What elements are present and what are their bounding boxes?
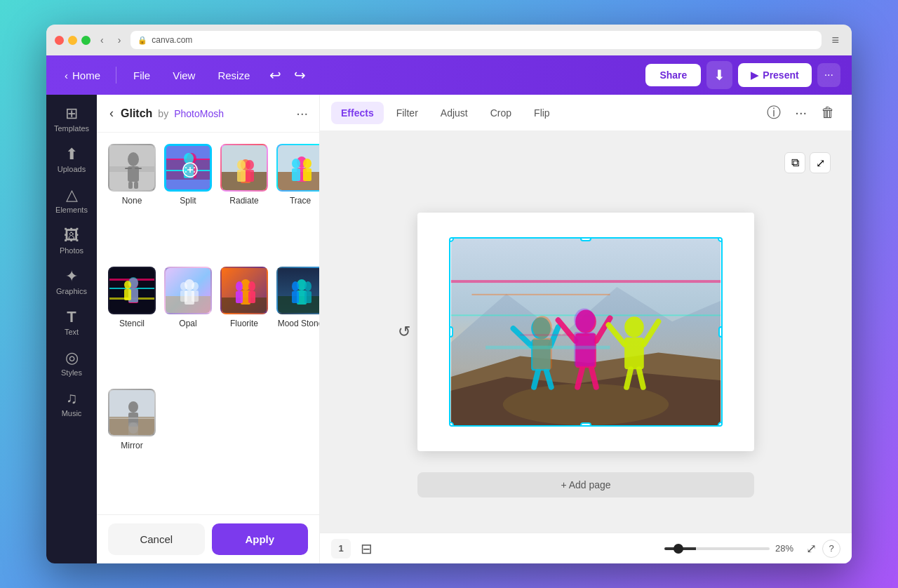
svg-rect-38 <box>303 168 311 181</box>
effect-thumb-radiate <box>220 144 268 192</box>
help-button[interactable]: ? <box>822 540 840 558</box>
tab-flip[interactable]: Flip <box>524 102 560 124</box>
music-icon: ♫ <box>66 391 78 406</box>
sidebar-item-styles[interactable]: ◎ Styles <box>49 345 94 382</box>
svg-rect-85 <box>451 280 721 283</box>
effect-item-mood-stone[interactable]: Mood Stone <box>276 267 319 381</box>
sidebar-item-label-text: Text <box>65 328 79 336</box>
download-icon: ⬇ <box>713 67 725 83</box>
browser-menu-button[interactable]: ≡ <box>827 30 843 51</box>
left-sidebar: ⊞ Templates ⬆ Uploads △ Elements 🖼 Photo… <box>46 95 97 563</box>
uploads-icon: ⬆ <box>65 147 78 162</box>
effect-thumb-trace <box>276 144 319 192</box>
share-button[interactable]: Share <box>645 64 701 86</box>
tab-crop[interactable]: Crop <box>481 102 521 124</box>
mid-handle-right[interactable] <box>718 326 723 338</box>
panel-back-button[interactable]: ‹ <box>108 105 115 122</box>
zoom-slider[interactable] <box>664 547 770 550</box>
sidebar-item-label-templates: Templates <box>54 124 89 133</box>
effect-label-none: None <box>122 196 142 206</box>
page-number-button[interactable]: 1 <box>331 539 351 559</box>
tab-filter[interactable]: Filter <box>387 102 428 124</box>
tab-effects[interactable]: Effects <box>331 102 384 124</box>
effect-item-fluorite[interactable]: Fluorite <box>220 267 268 381</box>
sidebar-item-music[interactable]: ♫ Music <box>49 385 94 423</box>
effect-item-split[interactable]: Split <box>164 144 212 258</box>
sidebar-item-label-music: Music <box>62 409 82 417</box>
toolbar-divider <box>116 67 116 83</box>
effect-item-opal[interactable]: Opal <box>164 267 212 381</box>
sidebar-item-uploads[interactable]: ⬆ Uploads <box>49 141 94 179</box>
layout-view-button[interactable]: ⊟ <box>356 537 377 560</box>
effect-item-trace[interactable]: Trace <box>276 144 319 258</box>
close-traffic-light[interactable] <box>55 36 64 45</box>
sidebar-item-graphics[interactable]: ✦ Graphics <box>49 263 94 301</box>
svg-rect-109 <box>574 332 595 366</box>
sidebar-item-templates[interactable]: ⊞ Templates <box>49 100 94 138</box>
browser-window: ‹ › 🔒 canva.com ≡ ‹ Home File View Resiz… <box>46 25 852 563</box>
effect-item-radiate[interactable]: Radiate <box>220 144 268 258</box>
svg-rect-4 <box>125 168 132 169</box>
copy-page-button[interactable]: ⧉ <box>784 152 805 173</box>
cancel-button[interactable]: Cancel <box>108 523 205 555</box>
svg-point-63 <box>248 281 255 291</box>
panel-title: Glitch <box>121 107 152 120</box>
corner-handle-tr[interactable] <box>718 237 723 242</box>
panel-more-button[interactable]: ··· <box>296 105 308 121</box>
app-body: ⊞ Templates ⬆ Uploads △ Elements 🖼 Photo… <box>46 95 852 563</box>
rotate-left-handle[interactable]: ↺ <box>398 323 410 341</box>
fullscreen-button[interactable]: ⤢ <box>806 541 817 556</box>
svg-point-108 <box>574 309 595 332</box>
toolbar-more-button[interactable]: ··· <box>817 63 840 87</box>
moodstone-thumb-svg <box>278 268 319 314</box>
browser-back-button[interactable]: ‹ <box>96 32 108 48</box>
svg-rect-28 <box>237 170 246 182</box>
svg-rect-30 <box>246 170 254 182</box>
effects-panel: ‹ Glitch by PhotoMosh ··· <box>97 95 320 563</box>
sidebar-item-elements[interactable]: △ Elements <box>49 182 94 220</box>
present-button[interactable]: ▶ Present <box>738 63 811 87</box>
svg-rect-70 <box>292 291 299 303</box>
redo-button[interactable]: ↪ <box>288 62 311 88</box>
undo-button[interactable]: ↩ <box>264 62 287 88</box>
resize-menu-button[interactable]: Resize <box>209 65 258 86</box>
tab-adjust[interactable]: Adjust <box>431 102 478 124</box>
svg-point-71 <box>304 281 311 291</box>
right-area: Effects Filter Adjust Crop Flip ⓘ ··· 🗑 … <box>320 95 852 563</box>
minimize-traffic-light[interactable] <box>68 36 77 45</box>
image-frame[interactable] <box>449 237 723 427</box>
maximize-traffic-light[interactable] <box>81 36 91 45</box>
expand-button[interactable]: ⤢ <box>810 152 831 173</box>
app-toolbar: ‹ Home File View Resize ↩ ↪ Share ⬇ ▶ Pr… <box>46 55 852 95</box>
corner-handle-bl[interactable] <box>449 422 454 427</box>
svg-rect-110 <box>485 346 610 349</box>
address-bar[interactable]: 🔒 canva.com <box>130 31 822 49</box>
effect-item-stencil[interactable]: Stencil <box>108 267 156 381</box>
effect-item-none[interactable]: None <box>108 144 156 258</box>
download-button[interactable]: ⬇ <box>706 61 732 89</box>
toolbar-more-button[interactable]: ··· <box>789 100 812 125</box>
file-menu-button[interactable]: File <box>125 65 159 86</box>
sidebar-item-label-uploads: Uploads <box>58 165 86 173</box>
browser-forward-button[interactable]: › <box>114 32 126 48</box>
panel-author-link[interactable]: PhotoMosh <box>174 108 224 119</box>
mid-handle-left[interactable] <box>449 326 453 338</box>
svg-rect-54 <box>180 290 187 302</box>
sidebar-item-photos[interactable]: 🖼 Photos <box>49 222 94 260</box>
sidebar-item-text[interactable]: T Text <box>49 304 94 342</box>
apply-button[interactable]: Apply <box>212 523 309 555</box>
split-thumb-svg <box>166 146 212 192</box>
main-canvas-image <box>450 239 721 425</box>
corner-handle-br[interactable] <box>718 422 723 427</box>
add-page-button[interactable]: + Add page <box>417 472 754 497</box>
delete-button[interactable]: 🗑 <box>815 100 840 125</box>
svg-point-69 <box>292 281 299 291</box>
mid-handle-top[interactable] <box>580 237 591 241</box>
mid-handle-bottom[interactable] <box>580 422 591 427</box>
home-button[interactable]: ‹ Home <box>58 65 107 86</box>
effect-item-mirror[interactable]: Mirror <box>108 389 156 503</box>
view-menu-button[interactable]: View <box>164 65 203 86</box>
info-button[interactable]: ⓘ <box>761 99 786 126</box>
effect-label-mirror: Mirror <box>121 441 142 450</box>
svg-point-84 <box>503 384 669 425</box>
